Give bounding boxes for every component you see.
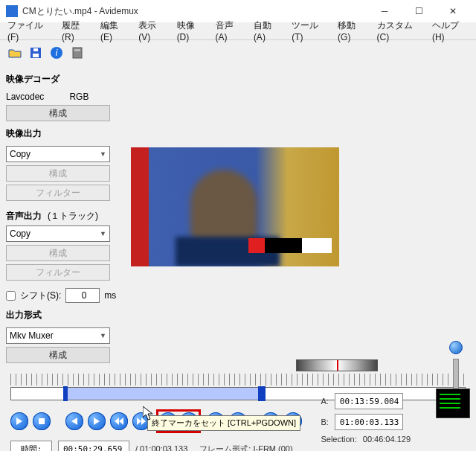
- jog-bar[interactable]: [296, 359, 378, 371]
- menu-recent[interactable]: 履歴(R): [57, 17, 94, 45]
- prev-keyframe-button[interactable]: [110, 412, 128, 430]
- format-title: 出力形式: [6, 309, 125, 322]
- marker-a-label: A:: [321, 397, 328, 406]
- svg-rect-6: [74, 49, 80, 51]
- window-title: CMとりたい.mp4 - Avidemux: [22, 5, 367, 18]
- frame-type: フレーム形式: I-FRM (00): [199, 444, 292, 452]
- calc-icon[interactable]: [70, 45, 85, 60]
- left-panel: 映像デコーダ Lavcodec RGB 構成 映像出力 Copy 構成 フィルタ…: [6, 70, 125, 363]
- menu-custom[interactable]: カスタム(C): [373, 17, 426, 45]
- next-frame-button[interactable]: [88, 412, 106, 430]
- format-config-button[interactable]: 構成: [6, 347, 110, 363]
- svg-text:i: i: [56, 48, 58, 58]
- shift-unit: ms: [104, 290, 116, 301]
- format-combo[interactable]: Mkv Muxer: [6, 327, 110, 344]
- marker-b-label: B:: [321, 418, 328, 426]
- videoout-title: 映像出力: [6, 127, 125, 140]
- time-total: / 01:00:03.133: [135, 444, 187, 451]
- video-preview: [131, 147, 339, 266]
- play-button[interactable]: [10, 412, 28, 430]
- menu-file[interactable]: ファイル(F): [3, 17, 56, 45]
- shift-value[interactable]: [65, 288, 100, 303]
- menu-tools[interactable]: ツール(T): [287, 17, 332, 45]
- shift-label: シフト(S):: [20, 290, 61, 302]
- marker-a[interactable]: [63, 386, 68, 401]
- decoder-title: 映像デコーダ: [6, 73, 125, 86]
- cursor-icon: [143, 406, 155, 421]
- decoder-colorspace: RGB: [69, 92, 89, 102]
- svg-rect-7: [39, 418, 45, 424]
- timeline-ruler[interactable]: [10, 374, 466, 386]
- menu-video[interactable]: 映像(D): [173, 17, 210, 45]
- app-icon: [6, 5, 18, 17]
- selection-value: 00:46:04.129: [363, 435, 411, 444]
- marker-a-value: 00:13:59.004: [335, 393, 403, 409]
- decoder-codec: Lavcodec: [6, 92, 44, 102]
- marker-b-value: 01:00:03.133: [335, 414, 403, 430]
- menu-edit[interactable]: 編集(E): [96, 17, 132, 45]
- audio-codec-combo[interactable]: Copy: [6, 226, 110, 242]
- menubar: ファイル(F) 履歴(R) 編集(E) 表示(V) 映像(D) 音声(A) 自動…: [0, 22, 476, 40]
- menu-view[interactable]: 表示(V): [134, 17, 170, 45]
- time-label: 時間:: [10, 441, 52, 451]
- video-config-button: 構成: [6, 165, 110, 182]
- audio-filter-button: フィルター: [6, 264, 110, 281]
- audio-config-button: 構成: [6, 245, 110, 261]
- selection-label: Selection:: [321, 435, 356, 444]
- svg-rect-2: [33, 48, 38, 51]
- volume-knob[interactable]: [449, 341, 463, 354]
- marker-b[interactable]: [258, 386, 266, 401]
- menu-auto[interactable]: 自動(A): [249, 17, 286, 45]
- audioout-title: 音声出力: [6, 210, 42, 223]
- video-filter-button: フィルター: [6, 185, 110, 201]
- open-icon[interactable]: [7, 45, 22, 60]
- svg-rect-1: [33, 54, 39, 57]
- prev-frame-button[interactable]: [65, 412, 83, 430]
- video-codec-combo[interactable]: Copy: [6, 146, 110, 162]
- audio-level-meter: [436, 388, 470, 418]
- save-icon[interactable]: [28, 45, 43, 60]
- audio-tracks: (１トラック): [48, 210, 98, 223]
- menu-go[interactable]: 移動(G): [333, 17, 371, 45]
- stop-button[interactable]: [33, 412, 51, 430]
- menu-audio[interactable]: 音声(A): [211, 17, 248, 45]
- menu-help[interactable]: ヘルプ(H): [428, 17, 473, 45]
- info-icon[interactable]: i: [49, 45, 64, 60]
- time-current[interactable]: 00:50:29.659: [58, 441, 129, 451]
- tooltip: 終了マーカをセット [CTRL+PGDOWN]: [147, 415, 300, 431]
- preview-pane: [131, 70, 470, 363]
- shift-checkbox[interactable]: [6, 291, 16, 301]
- decoder-config-button[interactable]: 構成: [6, 105, 110, 121]
